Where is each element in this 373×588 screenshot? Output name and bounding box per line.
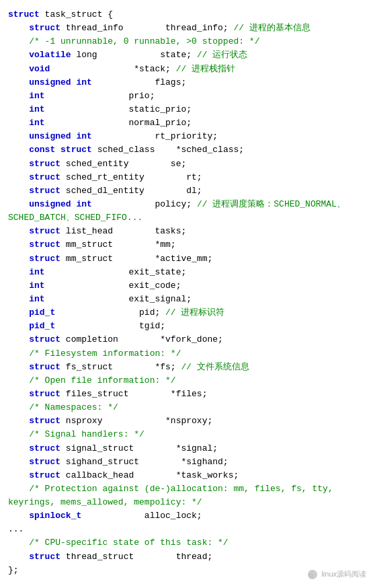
code-line: int exit_signal;: [8, 293, 365, 306]
code-line: struct sched_rt_entity rt;: [8, 171, 365, 184]
code-line: /* Signal handlers: */: [8, 428, 365, 441]
code-line: unsigned int policy; // 进程调度策略：SCHED_NOR…: [8, 198, 365, 211]
code-line: struct list_head tasks;: [8, 225, 365, 238]
code-line: /* -1 unrunnable, 0 runnable, >0 stopped…: [8, 35, 365, 48]
code-line: struct nsproxy *nsproxy;: [8, 414, 365, 428]
code-line: int normal_prio;: [8, 116, 365, 130]
code-line: unsigned int rt_priority;: [8, 130, 365, 143]
watermark-text: linux源码阅读: [321, 570, 366, 578]
code-line: /* Open file information: */: [8, 374, 365, 388]
code-container: struct task_struct { struct thread_info …: [3, 5, 370, 580]
code-line: struct mm_struct *active_mm;: [8, 252, 365, 266]
code-line: struct callback_head *task_works;: [8, 469, 365, 482]
code-line: pid_t pid; // 进程标识符: [8, 306, 365, 320]
code-line: const struct sched_class *sched_class;: [8, 143, 365, 157]
code-line: int exit_state;: [8, 266, 365, 279]
code-line: struct sched_entity se;: [8, 157, 365, 171]
code-line: struct files_struct *files;: [8, 388, 365, 401]
code-line: struct signal_struct *signal;: [8, 442, 365, 455]
watermark-icon: ☆: [308, 570, 317, 579]
code-line: void *stack; // 进程栈指针: [8, 63, 365, 76]
code-line: struct sched_dl_entity dl;: [8, 184, 365, 198]
code-line: spinlock_t alloc_lock;: [8, 509, 365, 523]
code-line: volatile long state; // 运行状态: [8, 48, 365, 62]
code-line: pid_t tgid;: [8, 320, 365, 333]
code-line: struct task_struct {: [8, 8, 365, 22]
code-line: int static_prio;: [8, 103, 365, 116]
code-line: /* Filesystem information: */: [8, 347, 365, 361]
code-line: /* Namespaces: */: [8, 401, 365, 414]
code-line: struct fs_struct *fs; // 文件系统信息: [8, 361, 365, 374]
code-line: struct thread_info thread_info; // 进程的基本…: [8, 22, 365, 35]
code-line: /* Protection against (de-)allocation: m…: [8, 482, 365, 496]
code-line: unsigned int flags;: [8, 76, 365, 89]
code-line: struct completion *vfork_done;: [8, 333, 365, 346]
code-line: struct mm_struct *mm;: [8, 238, 365, 252]
watermark: ☆ linux源码阅读: [308, 568, 366, 580]
code-line: SCHED_BATCH、SCHED_FIFO...: [8, 211, 365, 225]
code-line: struct sighand_struct *sighand;: [8, 455, 365, 469]
code-line: int exit_code;: [8, 279, 365, 293]
code-line: /* CPU-specific state of this task: */: [8, 536, 365, 550]
code-line: ...: [8, 523, 365, 536]
code-line: int prio;: [8, 89, 365, 103]
code-line: struct thread_struct thread;: [8, 550, 365, 564]
code-line: keyrings, mems_allowed, mempolicy: */: [8, 496, 365, 509]
